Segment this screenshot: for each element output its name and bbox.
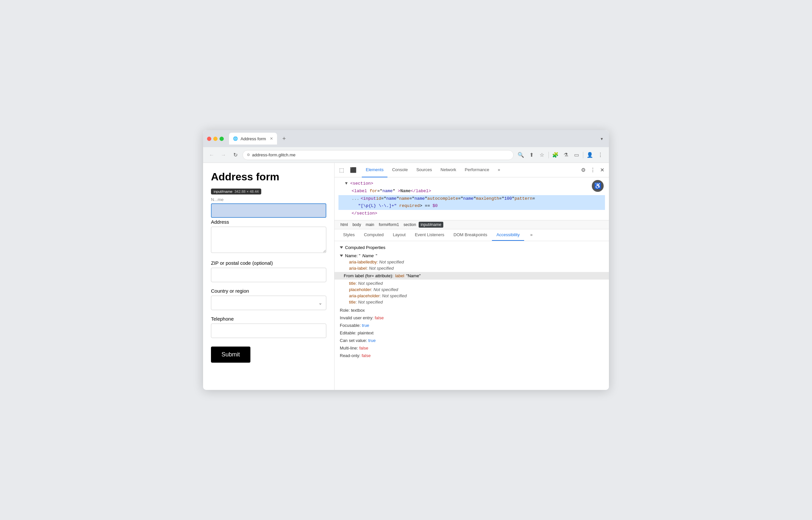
sub-tab-layout[interactable]: Layout — [388, 229, 410, 241]
tab-sources[interactable]: Sources — [412, 163, 436, 177]
input-tooltip-badge: input#name 342.88 × 48.44 — [211, 188, 261, 194]
tab-performance[interactable]: Performance — [461, 163, 493, 177]
extensions-button[interactable]: 🧩 — [551, 151, 560, 160]
title2-key: title — [349, 300, 356, 305]
tab-console[interactable]: Console — [388, 163, 412, 177]
aria-labelledby-val: Not specified — [379, 260, 404, 264]
breadcrumb-section[interactable]: section — [402, 222, 418, 228]
sub-tab-styles[interactable]: Styles — [338, 229, 359, 241]
active-tab[interactable]: 🌐 Address form ✕ — [229, 133, 277, 145]
forward-button[interactable]: → — [219, 151, 228, 160]
tab-close-button[interactable]: ✕ — [270, 136, 273, 141]
from-label-row: From label (for= attribute): label "Name… — [334, 272, 609, 280]
telephone-label: Telephone — [211, 316, 326, 321]
sub-tab-computed[interactable]: Computed — [359, 229, 388, 241]
more-button[interactable]: ⋮ — [596, 151, 605, 160]
address-input[interactable] — [211, 227, 326, 253]
breadcrumb: html body main form#form1 section input#… — [334, 220, 609, 229]
country-select[interactable] — [211, 296, 326, 310]
zip-input[interactable] — [211, 268, 326, 282]
zip-group: ZIP or postal code (optional) — [211, 260, 326, 282]
labs-button[interactable]: ⚗ — [561, 151, 570, 160]
from-label-val: "Name" — [406, 273, 421, 278]
share-button[interactable]: ⬆ — [527, 151, 536, 160]
sidebar-button[interactable]: ▭ — [572, 151, 581, 160]
aria-placeholder-key: aria-placeholder — [349, 293, 380, 298]
devtools-panel: ⬚ ⬛ Elements Console Sources Network Per… — [334, 163, 609, 390]
devtools-inner: ♿ ▼ <section> <label for="name" >Name</l… — [334, 177, 609, 363]
role-value: textbox — [351, 308, 365, 313]
page-title: Address form — [211, 171, 326, 183]
inspector-icon[interactable]: ⬚ — [337, 165, 346, 175]
tab-list-button[interactable]: ▾ — [599, 136, 605, 141]
bookmark-button[interactable]: ☆ — [537, 151, 547, 160]
tab-more[interactable]: » — [494, 163, 504, 177]
name-group: input#name 342.88 × 48.44 N...me — [211, 188, 326, 218]
accessibility-icon[interactable]: ♿ — [592, 180, 604, 192]
breadcrumb-form[interactable]: form#form1 — [377, 222, 401, 228]
sub-tab-accessibility[interactable]: Accessibility — [492, 229, 525, 241]
placeholder-key: placeholder — [349, 287, 371, 292]
search-button[interactable]: 🔍 — [516, 151, 526, 160]
traffic-lights — [207, 137, 224, 141]
read-only-label: Read-only: — [340, 353, 361, 358]
url-text: address-form.glitch.me — [252, 152, 296, 157]
breadcrumb-input[interactable]: input#name — [418, 222, 443, 228]
name-property-header: Name: "Name" — [340, 253, 604, 259]
editable-label: Editable: — [340, 331, 357, 335]
aria-labelledby-key: aria-labelledby — [349, 260, 377, 264]
name-label-partial: N...me — [211, 197, 326, 202]
name-input[interactable] — [211, 203, 326, 218]
zip-label: ZIP or postal code (optional) — [211, 260, 326, 266]
title-row: title: Not specified — [340, 280, 604, 286]
aria-labelledby-row: aria-labelledby: Not specified — [340, 259, 604, 265]
reload-button[interactable]: ↻ — [231, 151, 240, 160]
can-set-value-row: Can set value: true — [340, 337, 604, 344]
name-section-toggle[interactable] — [340, 255, 343, 257]
from-label-ref: label — [395, 273, 404, 278]
placeholder-val: Not specified — [373, 287, 398, 292]
maximize-traffic-light[interactable] — [220, 137, 224, 141]
can-set-value-value: true — [369, 338, 376, 343]
sub-tab-event-listeners[interactable]: Event Listeners — [410, 229, 449, 241]
name-property-section: Name: "Name" aria-labelledby: Not specif… — [340, 253, 604, 305]
computed-properties-label: Computed Properties — [345, 245, 385, 250]
profile-button[interactable]: 👤 — [585, 151, 594, 160]
sub-tab-more[interactable]: » — [526, 229, 537, 241]
close-traffic-light[interactable] — [207, 137, 211, 141]
tab-network[interactable]: Network — [437, 163, 460, 177]
name-prop-value: Name — [362, 253, 374, 258]
more-options-icon[interactable]: ⋮ — [588, 165, 598, 175]
tab-elements[interactable]: Elements — [362, 163, 387, 177]
address-bar: ← → ↻ ⚙ address-form.glitch.me 🔍 ⬆ ☆ 🧩 ⚗… — [203, 147, 609, 163]
breadcrumb-html[interactable]: html — [338, 222, 350, 228]
telephone-group: Telephone — [211, 316, 326, 338]
close-devtools-button[interactable]: ✕ — [598, 165, 606, 175]
invalid-label: Invalid user entry: — [340, 315, 375, 320]
settings-icon[interactable]: ⚙ — [579, 165, 588, 175]
invalid-value: false — [375, 315, 383, 320]
security-icon: ⚙ — [247, 153, 250, 157]
minimize-traffic-light[interactable] — [213, 137, 218, 141]
breadcrumb-body[interactable]: body — [351, 222, 363, 228]
dom-panel: ▼ <section> <label for="name" >Name</lab… — [334, 177, 609, 220]
devtools-header: ⬚ ⬛ Elements Console Sources Network Per… — [334, 163, 609, 177]
submit-button[interactable]: Submit — [211, 346, 250, 363]
main-content: Address form input#name 342.88 × 48.44 N… — [203, 163, 609, 390]
address-label: Address — [211, 219, 326, 225]
computed-toggle[interactable] — [340, 246, 343, 249]
new-tab-button[interactable]: + — [280, 135, 288, 142]
dom-input-line[interactable]: ... <input id="name" name="name" autocom… — [338, 195, 605, 203]
role-label: Role: — [340, 308, 351, 313]
sub-tab-dom-breakpoints[interactable]: DOM Breakpoints — [449, 229, 492, 241]
name-prop-label: Name: " — [345, 253, 360, 258]
back-button[interactable]: ← — [207, 151, 216, 160]
telephone-input[interactable] — [211, 323, 326, 338]
multi-line-value: false — [359, 345, 368, 350]
breadcrumb-main[interactable]: main — [364, 222, 376, 228]
aria-placeholder-val: Not specified — [382, 293, 406, 298]
title2-row: title: Not specified — [340, 299, 604, 305]
url-bar[interactable]: ⚙ address-form.glitch.me — [243, 150, 514, 160]
address-bar-actions: 🔍 ⬆ ☆ 🧩 ⚗ ▭ 👤 ⋮ — [516, 151, 605, 160]
device-toolbar-icon[interactable]: ⬛ — [348, 165, 358, 175]
